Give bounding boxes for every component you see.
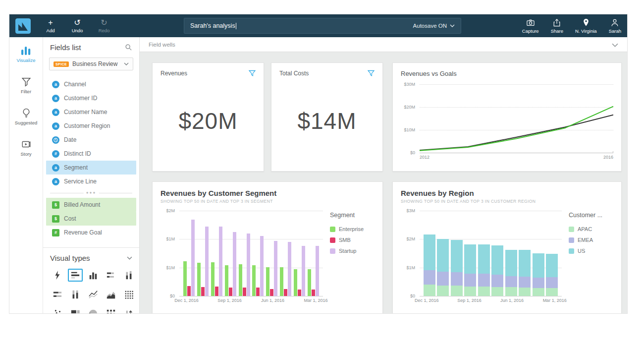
stack-segment-emea[interactable]: [464, 274, 476, 287]
stack-segment-emea[interactable]: [491, 275, 503, 287]
bar-smb[interactable]: [215, 287, 218, 296]
field-item-customer-name[interactable]: a Customer Name: [46, 105, 136, 119]
field-item-customer-region[interactable]: a Customer Region: [46, 119, 136, 133]
field-item-date[interactable]: Date: [46, 133, 136, 147]
stack-segment-emea[interactable]: [546, 277, 558, 288]
stacked-bar-chart-revenues-by-region[interactable]: Revenues by Region SHOWING TOP 50 IN DAT…: [392, 181, 622, 313]
bar-enterprise[interactable]: [211, 262, 215, 296]
field-item-billed-amount[interactable]: $ Billed Amount: [46, 198, 136, 212]
autosave-dropdown[interactable]: Autosave ON: [413, 23, 455, 29]
visual-type-horizontal-bar[interactable]: [68, 269, 83, 282]
bar-enterprise[interactable]: [280, 267, 283, 296]
stack-segment-us[interactable]: [519, 250, 531, 277]
plot-area[interactable]: [179, 211, 323, 296]
bar-smb[interactable]: [312, 290, 315, 296]
stack-segment-us[interactable]: [451, 240, 463, 272]
bar-smb[interactable]: [229, 288, 232, 296]
user-menu[interactable]: Sarah: [609, 18, 621, 34]
stack-segment-apac[interactable]: [464, 287, 476, 296]
nav-item-visualize[interactable]: Visualize: [17, 45, 36, 63]
visual-type-heat-map[interactable]: [104, 307, 118, 313]
visual-type-vertical-100-stacked[interactable]: [68, 288, 83, 301]
collapse-chevron-icon[interactable]: [127, 256, 132, 260]
bar-startup[interactable]: [247, 234, 250, 296]
stack-segment-us[interactable]: [491, 245, 503, 275]
stack-segment-emea[interactable]: [451, 272, 463, 286]
bar-enterprise[interactable]: [225, 265, 228, 296]
capture-button[interactable]: Capture: [522, 18, 539, 34]
legend-item-us[interactable]: US: [569, 248, 613, 254]
bar-enterprise[interactable]: [266, 267, 269, 296]
bar-startup[interactable]: [233, 232, 236, 296]
filter-icon[interactable]: [368, 70, 375, 77]
kpi-visual-revenues[interactable]: Revenues $20M: [152, 62, 264, 172]
bar-startup[interactable]: [260, 236, 264, 296]
field-item-revenue-goal[interactable]: # Revenue Goal: [46, 226, 136, 239]
stack-segment-apac[interactable]: [451, 286, 463, 296]
plot-area[interactable]: [420, 211, 562, 296]
visual-type-tree-map[interactable]: [68, 307, 83, 313]
visual-type-area-chart[interactable]: [104, 288, 118, 301]
stack-segment-us[interactable]: [505, 250, 517, 277]
field-item-cost[interactable]: $ Cost: [46, 212, 136, 226]
stack-segment-apac[interactable]: [546, 288, 558, 296]
field-item-distinct-id[interactable]: # Distinct ID: [46, 147, 136, 161]
bar-startup[interactable]: [205, 227, 209, 296]
bar-startup[interactable]: [219, 227, 222, 296]
add-button[interactable]: + Add: [44, 19, 57, 33]
undo-button[interactable]: ↺ Undo: [70, 19, 84, 33]
stack-segment-us[interactable]: [533, 253, 544, 278]
bar-smb[interactable]: [187, 286, 191, 296]
field-wells-bar[interactable]: Field wells: [140, 37, 627, 52]
stack-segment-apac[interactable]: [519, 288, 531, 296]
bar-smb[interactable]: [243, 288, 246, 296]
visual-type-horizontal-100-stacked[interactable]: [50, 288, 65, 301]
field-item-channel[interactable]: a Channel: [46, 77, 136, 91]
legend-item-apac[interactable]: APAC: [569, 226, 613, 232]
bar-startup[interactable]: [191, 220, 195, 296]
stack-segment-us[interactable]: [478, 244, 490, 274]
visual-type-pie-chart[interactable]: [86, 307, 101, 313]
legend-item-startup[interactable]: Startup: [330, 248, 375, 254]
bar-enterprise[interactable]: [308, 269, 311, 296]
legend-item-enterprise[interactable]: Enterprise: [330, 226, 375, 232]
stack-segment-emea[interactable]: [478, 274, 490, 287]
stack-segment-us[interactable]: [424, 234, 435, 270]
quicksight-logo[interactable]: [15, 18, 31, 34]
region-selector[interactable]: N. Virginia: [575, 18, 597, 34]
legend-item-smb[interactable]: SMB: [330, 237, 375, 243]
visual-type-line-chart[interactable]: [86, 288, 101, 301]
bar-smb[interactable]: [284, 289, 287, 296]
stack-segment-apac[interactable]: [533, 288, 544, 296]
filter-icon[interactable]: [249, 70, 256, 77]
search-icon[interactable]: [125, 44, 132, 51]
fields-divider-handle[interactable]: ●●●: [50, 193, 132, 193]
stack-segment-us[interactable]: [464, 244, 476, 274]
stack-segment-apac[interactable]: [437, 286, 449, 296]
field-item-service-line[interactable]: a Service Line: [46, 175, 136, 188]
field-item-segment[interactable]: a Segment: [46, 161, 136, 175]
stack-segment-emea[interactable]: [437, 272, 449, 286]
field-item-customer-id[interactable]: a Customer ID: [46, 91, 136, 105]
nav-item-suggested[interactable]: Suggested: [15, 108, 37, 125]
bar-enterprise[interactable]: [294, 269, 297, 296]
bar-smb[interactable]: [298, 290, 301, 296]
dataset-selector[interactable]: SPICE Business Review: [49, 58, 133, 70]
stack-segment-emea[interactable]: [505, 276, 517, 287]
stack-segment-us[interactable]: [546, 254, 558, 278]
bar-smb[interactable]: [201, 287, 205, 296]
redo-button[interactable]: ↻ Redo: [97, 19, 111, 33]
nav-item-story[interactable]: Story: [20, 139, 31, 157]
stack-segment-apac[interactable]: [505, 287, 517, 296]
visual-type-vertical-bar[interactable]: [86, 269, 101, 282]
bar-enterprise[interactable]: [183, 261, 187, 296]
visual-type-horizontal-stacked-bar[interactable]: [104, 269, 118, 282]
stack-segment-emea[interactable]: [533, 278, 544, 288]
bar-smb[interactable]: [256, 288, 260, 296]
kpi-visual-total-costs[interactable]: Total Costs $14M: [271, 62, 383, 172]
stack-segment-apac[interactable]: [424, 285, 435, 296]
visual-type-sort-order[interactable]: [121, 307, 136, 313]
legend-item-emea[interactable]: EMEA: [569, 237, 613, 243]
bar-startup[interactable]: [274, 241, 277, 296]
bar-enterprise[interactable]: [197, 263, 201, 296]
